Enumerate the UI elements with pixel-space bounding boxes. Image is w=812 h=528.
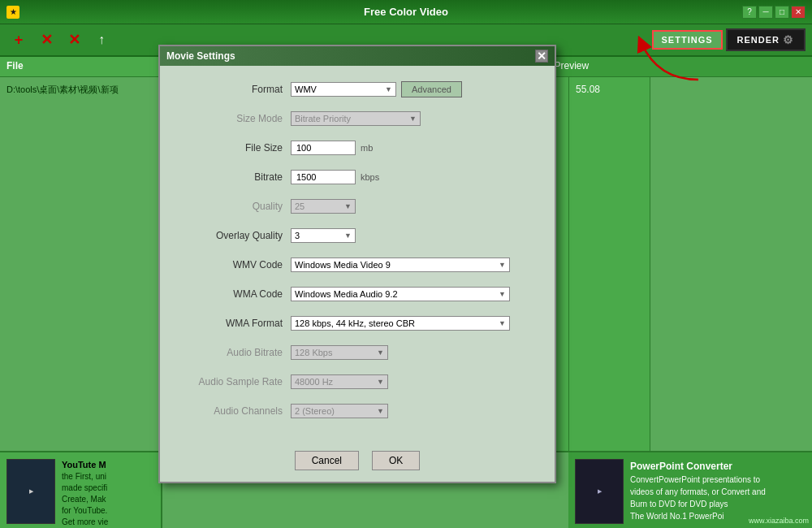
overlay-quality-select[interactable]: 3 ▼ bbox=[291, 228, 356, 243]
overlay-quality-value: 3 bbox=[295, 231, 300, 240]
wma-format-value: 128 kbps, 44 kHz, stereo CBR bbox=[295, 318, 415, 328]
wmv-code-select[interactable]: Windows Media Video 9 ▼ bbox=[291, 258, 510, 272]
audio-sample-rate-control: 48000 Hz ▼ bbox=[291, 374, 542, 389]
wma-code-control: Windows Media Audio 9.2 ▼ bbox=[291, 287, 542, 301]
size-mode-control: Bitrate Priority ▼ bbox=[291, 111, 542, 126]
wma-code-label: WMA Code bbox=[173, 288, 291, 300]
file-size-control: mb bbox=[291, 141, 542, 155]
modal-overlay: Movie Settings ✕ Format WMV ▼ Advanced bbox=[0, 0, 812, 528]
overlay-quality-label: Overlay Quality bbox=[173, 230, 291, 241]
audio-channels-control: 2 (Stereo) ▼ bbox=[291, 404, 542, 418]
wma-code-value: Windows Media Audio 9.2 bbox=[295, 289, 398, 299]
bitrate-input[interactable] bbox=[291, 170, 356, 184]
wmv-code-control: Windows Media Video 9 ▼ bbox=[291, 258, 542, 272]
modal-body: Format WMV ▼ Advanced Size Mode Bitr bbox=[160, 66, 555, 443]
quality-select[interactable]: 25 ▼ bbox=[291, 199, 356, 214]
audio-bitrate-value: 128 Kbps bbox=[295, 348, 332, 357]
file-size-row: File Size mb bbox=[173, 137, 542, 158]
quality-label: Quality bbox=[173, 201, 291, 212]
wma-code-arrow: ▼ bbox=[499, 290, 506, 298]
audio-channels-value: 2 (Stereo) bbox=[295, 406, 335, 416]
audio-sample-rate-select[interactable]: 48000 Hz ▼ bbox=[291, 374, 388, 389]
advanced-button[interactable]: Advanced bbox=[401, 81, 462, 97]
audio-channels-arrow: ▼ bbox=[377, 407, 384, 415]
format-select-arrow: ▼ bbox=[385, 85, 392, 93]
overlay-quality-arrow: ▼ bbox=[344, 232, 352, 240]
bitrate-control: kbps bbox=[291, 170, 542, 184]
file-size-input[interactable] bbox=[291, 141, 356, 155]
size-mode-row: Size Mode Bitrate Priority ▼ bbox=[173, 108, 542, 129]
size-mode-value: Bitrate Priority bbox=[295, 114, 351, 123]
audio-sample-rate-value: 48000 Hz bbox=[295, 377, 333, 387]
file-size-label: File Size bbox=[173, 142, 291, 154]
wma-format-arrow: ▼ bbox=[499, 319, 506, 327]
overlay-quality-control: 3 ▼ bbox=[291, 228, 542, 243]
audio-bitrate-select[interactable]: 128 Kbps ▼ bbox=[291, 345, 388, 360]
bitrate-row: Bitrate kbps bbox=[173, 167, 542, 188]
cancel-button[interactable]: Cancel bbox=[295, 451, 359, 470]
wma-format-select[interactable]: 128 kbps, 44 kHz, stereo CBR ▼ bbox=[291, 316, 510, 331]
audio-channels-row: Audio Channels 2 (Stereo) ▼ bbox=[173, 400, 542, 422]
audio-bitrate-label: Audio Bitrate bbox=[173, 347, 291, 358]
audio-channels-label: Audio Channels bbox=[173, 405, 291, 417]
movie-settings-modal: Movie Settings ✕ Format WMV ▼ Advanced bbox=[158, 45, 556, 483]
format-control: WMV ▼ Advanced bbox=[291, 81, 542, 97]
wmv-code-label: WMV Code bbox=[173, 259, 291, 270]
quality-control: 25 ▼ bbox=[291, 199, 542, 214]
wmv-code-value: Windows Media Video 9 bbox=[295, 260, 391, 270]
audio-sample-rate-row: Audio Sample Rate 48000 Hz ▼ bbox=[173, 371, 542, 392]
wma-format-row: WMA Format 128 kbps, 44 kHz, stereo CBR … bbox=[173, 313, 542, 334]
wma-code-row: WMA Code Windows Media Audio 9.2 ▼ bbox=[173, 283, 542, 305]
bitrate-unit: kbps bbox=[361, 172, 379, 182]
format-value: WMV bbox=[295, 84, 317, 94]
wma-format-control: 128 kbps, 44 kHz, stereo CBR ▼ bbox=[291, 316, 542, 331]
bitrate-label: Bitrate bbox=[173, 171, 291, 183]
quality-row: Quality 25 ▼ bbox=[173, 196, 542, 217]
quality-value: 25 bbox=[295, 201, 304, 211]
wmv-code-row: WMV Code Windows Media Video 9 ▼ bbox=[173, 254, 542, 275]
modal-footer: Cancel OK bbox=[160, 443, 555, 482]
ok-button[interactable]: OK bbox=[372, 451, 420, 470]
audio-channels-select[interactable]: 2 (Stereo) ▼ bbox=[291, 404, 388, 418]
modal-title: Movie Settings bbox=[166, 50, 235, 62]
audio-bitrate-arrow: ▼ bbox=[377, 348, 384, 357]
wma-code-select[interactable]: Windows Media Audio 9.2 ▼ bbox=[291, 287, 510, 301]
wmv-code-arrow: ▼ bbox=[499, 261, 506, 269]
wma-format-label: WMA Format bbox=[173, 318, 291, 329]
size-mode-label: Size Mode bbox=[173, 113, 291, 124]
modal-close-button[interactable]: ✕ bbox=[535, 50, 548, 63]
audio-sample-rate-label: Audio Sample Rate bbox=[173, 376, 291, 387]
format-label: Format bbox=[173, 84, 291, 95]
watermark: www.xiazaiba.com bbox=[749, 517, 809, 525]
format-row: Format WMV ▼ Advanced bbox=[173, 79, 542, 100]
audio-bitrate-control: 128 Kbps ▼ bbox=[291, 345, 542, 360]
size-mode-arrow: ▼ bbox=[409, 115, 417, 123]
quality-arrow: ▼ bbox=[344, 202, 352, 210]
overlay-quality-row: Overlay Quality 3 ▼ bbox=[173, 225, 542, 246]
file-size-unit: mb bbox=[361, 143, 373, 153]
audio-sample-rate-arrow: ▼ bbox=[377, 378, 384, 386]
format-select[interactable]: WMV ▼ bbox=[291, 82, 396, 97]
size-mode-select[interactable]: Bitrate Priority ▼ bbox=[291, 111, 421, 126]
modal-titlebar: Movie Settings ✕ bbox=[160, 46, 555, 66]
audio-bitrate-row: Audio Bitrate 128 Kbps ▼ bbox=[173, 342, 542, 363]
